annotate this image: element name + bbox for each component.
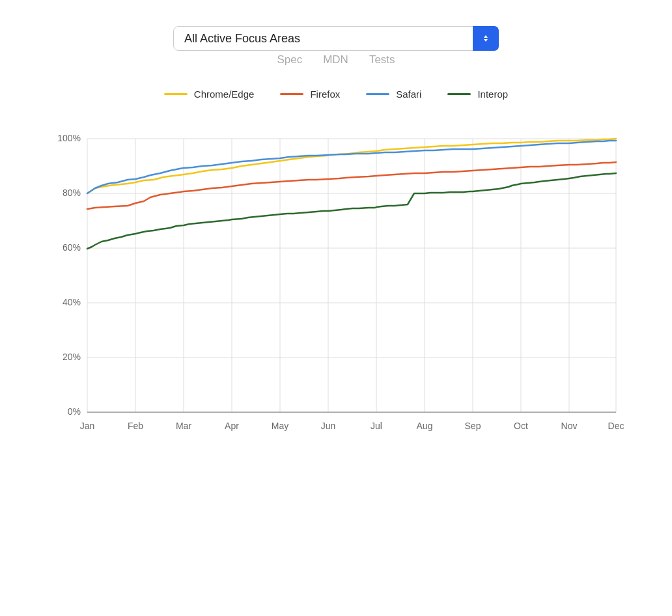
x-label-dec: Dec	[608, 421, 624, 431]
x-label-nov: Nov	[561, 421, 578, 431]
y-label-20: 20%	[63, 352, 81, 362]
legend-chrome-edge-label: Chrome/Edge	[194, 89, 255, 100]
x-label-jul: Jul	[371, 421, 382, 431]
line-chart: 100% 80% 60% 40% 20% 0% Jan Feb Mar Apr	[43, 110, 629, 477]
tab-tests[interactable]: Tests	[369, 51, 395, 69]
tab-mdn[interactable]: MDN	[323, 51, 348, 69]
legend-chrome-edge: Chrome/Edge	[164, 89, 255, 100]
x-label-jan: Jan	[80, 421, 95, 431]
chart-svg: 100% 80% 60% 40% 20% 0% Jan Feb Mar Apr	[43, 110, 629, 475]
legend-firefox-line	[280, 93, 303, 95]
chart-legend: Chrome/Edge Firefox Safari Interop	[164, 89, 508, 100]
x-label-oct: Oct	[514, 421, 528, 431]
y-label-100: 100%	[57, 133, 81, 143]
y-label-60: 60%	[63, 242, 81, 253]
interop-line	[87, 173, 616, 249]
x-label-may: May	[272, 421, 288, 431]
legend-safari-label: Safari	[396, 89, 421, 100]
y-label-0: 0%	[68, 406, 81, 417]
x-label-apr: Apr	[225, 421, 239, 431]
x-label-feb: Feb	[128, 421, 143, 431]
x-label-aug: Aug	[417, 421, 433, 431]
y-label-40: 40%	[63, 297, 81, 307]
tab-bar: Spec MDN Tests	[277, 51, 395, 69]
focus-area-dropdown[interactable]: All Active Focus Areas	[173, 26, 499, 51]
x-label-jun: Jun	[321, 421, 336, 431]
legend-interop: Interop	[447, 89, 508, 100]
legend-firefox-label: Firefox	[310, 89, 340, 100]
legend-chrome-edge-line	[164, 93, 188, 95]
legend-firefox: Firefox	[280, 89, 340, 100]
legend-safari: Safari	[366, 89, 421, 100]
legend-safari-line	[366, 93, 389, 95]
firefox-line	[87, 162, 616, 209]
x-label-mar: Mar	[176, 421, 191, 431]
legend-interop-label: Interop	[477, 89, 508, 100]
y-label-80: 80%	[63, 188, 81, 198]
legend-interop-line	[447, 93, 471, 95]
tab-spec[interactable]: Spec	[277, 51, 302, 69]
focus-area-dropdown-wrapper: All Active Focus Areas	[173, 26, 499, 51]
x-label-sep: Sep	[465, 421, 481, 431]
